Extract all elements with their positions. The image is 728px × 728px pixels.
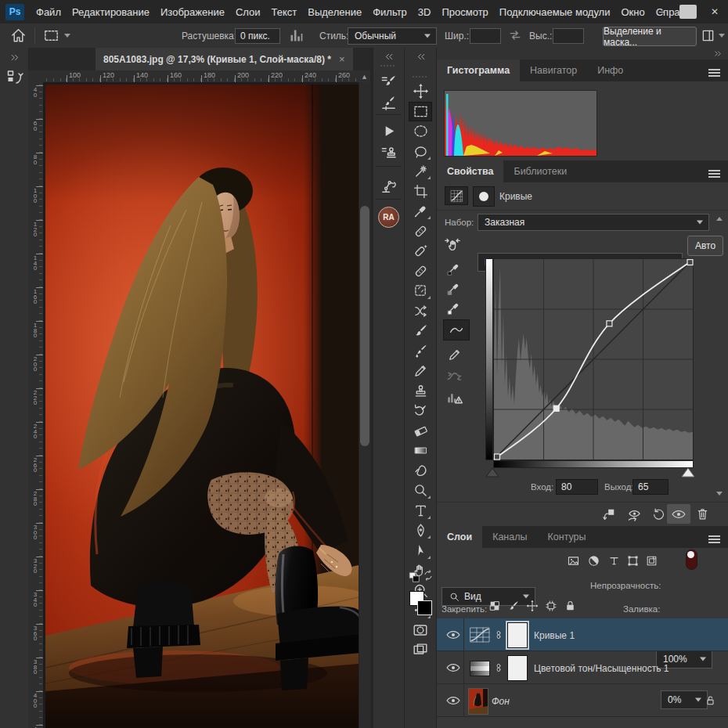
tab-инфо[interactable]: Инфо [587, 59, 633, 81]
layer-visibility-eye[interactable] [443, 684, 463, 717]
clone-stamp-tool[interactable] [409, 381, 432, 401]
eyedropper-tool[interactable] [409, 201, 432, 221]
layer-name[interactable]: Цветовой тон/Насыщенность 1 [534, 663, 669, 674]
brush-tool[interactable] [409, 321, 432, 341]
tool-preset-caret[interactable] [64, 34, 70, 38]
filter-smart-objects-icon[interactable] [645, 554, 658, 568]
collapse-toolbar-icon[interactable] [415, 51, 427, 63]
ruler-origin[interactable] [28, 70, 44, 83]
vertical-ruler[interactable]: 4 06 08 01 0 01 2 01 4 01 6 01 8 02 0 02… [28, 82, 44, 728]
layer-name[interactable]: Кривые 1 [534, 630, 575, 641]
magic-wand-tool[interactable] [409, 161, 432, 181]
collapse-plugins-icon[interactable] [383, 51, 395, 63]
path-selection-tool[interactable] [409, 541, 432, 560]
menu-окно[interactable]: Окно [615, 6, 650, 18]
layer-mask-thumbnail[interactable] [507, 622, 528, 648]
tab-свойства[interactable]: Свойства [437, 160, 503, 182]
filter-shape-layers-icon[interactable] [626, 554, 640, 568]
menu-файл[interactable]: Файл [31, 6, 67, 18]
layer-row-curves-1[interactable]: Кривые 1 [437, 618, 728, 651]
layer-row-hue-saturation-1[interactable]: Цветовой тон/Насыщенность 1 [437, 651, 728, 684]
canvas-scrollbar-thumb[interactable] [360, 206, 369, 446]
background-color-swatch[interactable] [417, 600, 432, 615]
home-button[interactable] [9, 27, 27, 45]
histogram-panel-menu-icon[interactable] [708, 69, 720, 70]
curve-point[interactable] [553, 405, 559, 411]
content-aware-move-tool[interactable] [409, 301, 432, 321]
tab-контуры[interactable]: Контуры [538, 526, 596, 548]
select-and-mask-button[interactable]: Выделение и маска... [603, 27, 697, 46]
menu-слои[interactable]: Слои [230, 6, 266, 18]
tab-библиотеки[interactable]: Библиотеки [503, 160, 577, 182]
tab-гистограмма[interactable]: Гистограмма [437, 59, 520, 81]
menu-редактирование[interactable]: Редактирование [67, 6, 155, 18]
hue-saturation-layer-thumbnail[interactable] [470, 661, 490, 676]
expand-panel-icon[interactable] [9, 52, 21, 63]
smudge-tool[interactable] [409, 461, 432, 481]
curve-point[interactable] [494, 454, 499, 460]
spot-healing-brush-tool[interactable] [409, 222, 432, 241]
patch-tool[interactable] [409, 281, 432, 301]
properties-panel-menu-icon[interactable] [708, 170, 720, 171]
close-button[interactable]: ✕ [701, 0, 728, 23]
input-value-field[interactable]: 80 [556, 479, 598, 495]
black-input-slider[interactable] [485, 467, 499, 478]
lock-transparency-icon[interactable] [488, 600, 501, 612]
elliptical-marquee-tool[interactable] [409, 121, 432, 141]
curve-point[interactable] [687, 260, 693, 265]
targeted-adjustment-icon[interactable] [443, 236, 462, 253]
reset-adjustment-icon[interactable] [651, 507, 666, 522]
gradient-tool[interactable] [409, 441, 432, 460]
curves-grid[interactable] [493, 258, 694, 460]
screen-mode-button[interactable] [412, 641, 429, 658]
workspace-panel-icon[interactable] [700, 27, 716, 44]
stamp-panel[interactable] [377, 142, 400, 163]
output-value-field[interactable]: 65 [632, 479, 669, 495]
move-tool[interactable] [409, 81, 432, 101]
layer-filter-toggle[interactable] [686, 550, 697, 570]
maximize-button[interactable] [675, 0, 701, 23]
crop-tool[interactable] [409, 182, 432, 201]
swap-colors-icon[interactable] [422, 569, 434, 582]
tab-close-icon[interactable]: × [339, 53, 345, 65]
layers-panel-menu-icon[interactable] [708, 535, 720, 537]
edit-points-tool[interactable] [443, 319, 470, 341]
actions-panel[interactable] [377, 121, 400, 141]
menu-3d[interactable]: 3D [413, 6, 437, 18]
histogram-warning-icon[interactable] [445, 389, 463, 407]
width-input[interactable] [470, 28, 501, 44]
filter-pixel-layers-icon[interactable] [567, 554, 580, 568]
mixer-brush-panel[interactable] [377, 92, 400, 113]
menu-текст[interactable]: Текст [266, 6, 303, 18]
horizontal-ruler[interactable]: 100120140160180200220240260280 [43, 70, 359, 83]
retouch-academy-panel[interactable]: RA [377, 207, 400, 227]
mixer-brush-tool[interactable] [409, 341, 432, 361]
healing-brush-tool[interactable] [409, 261, 432, 281]
filter-type-layers-icon[interactable] [607, 554, 621, 568]
layer-visibility-eye[interactable] [443, 651, 463, 684]
default-colors-icon[interactable] [408, 571, 422, 585]
collapsed-panel-icon[interactable] [5, 68, 24, 87]
lock-pixels-icon[interactable] [507, 600, 520, 612]
gray-point-eyedropper-icon[interactable] [446, 280, 462, 296]
swap-dimensions-icon[interactable] [507, 27, 523, 43]
properties-scroll-down[interactable] [716, 492, 723, 496]
canvas[interactable] [43, 82, 359, 728]
curves-layer-thumbnail[interactable] [470, 627, 490, 643]
lock-artboard-icon[interactable] [545, 600, 557, 612]
height-input[interactable] [553, 28, 584, 44]
brush-panel[interactable] [377, 71, 400, 92]
robot-retouch-panel[interactable] [377, 175, 400, 196]
remove-tool[interactable] [409, 241, 432, 261]
draw-curve-pencil-icon[interactable] [447, 347, 463, 362]
background-layer-thumbnail[interactable] [468, 688, 488, 715]
smooth-curve-icon[interactable] [445, 367, 463, 385]
layer-name[interactable]: Фон [492, 696, 510, 707]
mask-link-icon[interactable] [493, 627, 504, 643]
menu-просмотр[interactable]: Просмотр [436, 6, 493, 18]
menu-изображение[interactable]: Изображение [155, 6, 230, 18]
eraser-tool[interactable] [409, 421, 432, 441]
collapse-dock-icon[interactable] [713, 49, 723, 59]
menu-выделение[interactable]: Выделение [302, 6, 367, 18]
clip-to-layer-icon[interactable] [601, 506, 617, 522]
